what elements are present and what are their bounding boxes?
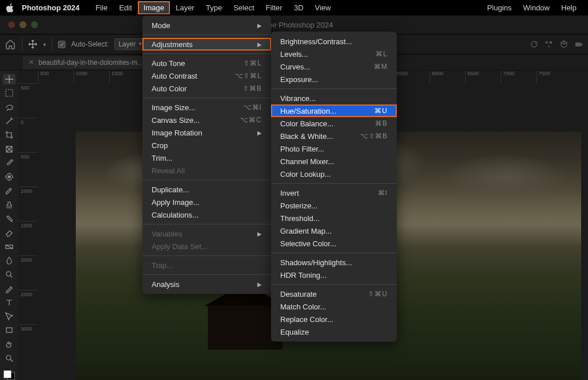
tool-marquee[interactable] <box>3 88 16 98</box>
zoom-icon[interactable] <box>31 21 38 28</box>
image-menu-auto-contrast[interactable]: Auto Contrast⌥⇧⌘L <box>142 69 271 82</box>
adjustments-menu-invert[interactable]: Invert⌘I <box>271 187 397 199</box>
adjustments-menu-posterize[interactable]: Posterize... <box>271 199 397 212</box>
svg-rect-2 <box>575 42 581 46</box>
adjustments-menu-vibrance[interactable]: Vibrance... <box>271 92 397 104</box>
tool-rect[interactable] <box>3 325 16 335</box>
adjustments-menu-hdr-toning[interactable]: HDR Toning... <box>271 269 397 281</box>
tool-eyedropper[interactable] <box>3 158 16 168</box>
color-swatches[interactable] <box>3 370 15 380</box>
menu-image[interactable]: Image <box>138 1 170 14</box>
tool-zoom[interactable] <box>3 353 16 363</box>
adjustments-submenu[interactable]: Brightness/Contrast...Levels...⌘LCurves.… <box>271 32 397 342</box>
tool-type[interactable] <box>3 297 16 308</box>
refresh-icon[interactable] <box>529 40 539 49</box>
close-icon[interactable] <box>8 21 15 28</box>
image-menu-image-rotation[interactable]: Image Rotation▶ <box>142 126 271 139</box>
svg-point-0 <box>546 41 548 44</box>
menu-select[interactable]: Select <box>228 1 260 14</box>
tool-brush[interactable] <box>3 185 16 196</box>
tool-eraser[interactable] <box>3 227 16 238</box>
menu-view[interactable]: View <box>309 1 336 14</box>
chevron-right-icon: ▶ <box>257 41 262 48</box>
adjustments-menu-match-color[interactable]: Match Color... <box>271 300 397 313</box>
svg-point-7 <box>6 272 11 276</box>
menu-help[interactable]: Help <box>555 1 582 14</box>
image-menu[interactable]: Mode▶Adjustments▶Auto Tone⇧⌘LAuto Contra… <box>142 15 271 294</box>
macos-menubar: Photoshop 2024 FileEditImageLayerTypeSel… <box>0 0 588 15</box>
image-menu-apply-data-set: Apply Data Set... <box>142 240 271 253</box>
auto-select-checkbox[interactable]: ✓ <box>58 41 65 48</box>
tool-gradient[interactable] <box>3 242 16 252</box>
adjustments-menu-equalize[interactable]: Equalize <box>271 325 397 338</box>
camera-icon[interactable] <box>574 40 583 49</box>
adjustments-menu-color-lookup[interactable]: Color Lookup... <box>271 168 397 180</box>
adjustments-menu-exposure[interactable]: Exposure... <box>271 73 397 86</box>
svg-rect-1 <box>550 41 552 44</box>
chevron-right-icon: ▶ <box>257 231 262 237</box>
adjustments-menu-replace-color[interactable]: Replace Color... <box>271 313 397 325</box>
adjustments-menu-black-white[interactable]: Black & White...⌥⇧⌘B <box>271 130 397 142</box>
adjustments-menu-gradient-map[interactable]: Gradient Map... <box>271 224 397 237</box>
tool-lasso[interactable] <box>3 102 16 113</box>
adjustments-menu-shadows-highlights[interactable]: Shadows/Highlights... <box>271 256 397 269</box>
home-icon[interactable] <box>5 38 16 50</box>
tool-panel <box>0 71 18 380</box>
tool-frame[interactable] <box>3 144 16 154</box>
adjustments-menu-hue-saturation[interactable]: Hue/Saturation...⌘U <box>271 104 397 117</box>
close-tab-icon[interactable]: ✕ <box>29 59 34 66</box>
tool-pen[interactable] <box>3 283 16 293</box>
tool-stamp[interactable] <box>3 200 16 210</box>
options-right-icons <box>529 40 583 49</box>
image-menu-apply-image[interactable]: Apply Image... <box>142 196 271 208</box>
move-tool-icon[interactable] <box>28 40 37 49</box>
image-menu-variables: Variables▶ <box>142 227 271 240</box>
svg-rect-3 <box>6 90 13 96</box>
image-menu-auto-tone[interactable]: Auto Tone⇧⌘L <box>142 57 271 69</box>
adjustments-menu-channel-mixer[interactable]: Channel Mixer... <box>271 155 397 168</box>
image-menu-canvas-size[interactable]: Canvas Size...⌥⌘C <box>142 114 271 126</box>
adjustments-menu-levels[interactable]: Levels...⌘L <box>271 48 397 60</box>
document-tab[interactable]: ✕ beautiful-day-in-the-dolomites-m… <box>23 56 150 69</box>
image-menu-image-size[interactable]: Image Size...⌥⌘I <box>142 101 271 114</box>
adjustments-menu-photo-filter[interactable]: Photo Filter... <box>271 142 397 155</box>
image-menu-analysis[interactable]: Analysis▶ <box>142 278 271 290</box>
image-menu-calculations[interactable]: Calculations... <box>142 208 271 221</box>
window-traffic-lights[interactable] <box>8 21 38 28</box>
image-menu-duplicate[interactable]: Duplicate... <box>142 183 271 196</box>
tool-dodge[interactable] <box>3 269 16 280</box>
ruler-vertical: 500050010001500200025003000 <box>18 83 38 380</box>
image-menu-adjustments[interactable]: Adjustments▶ <box>142 38 271 51</box>
tool-hand[interactable] <box>3 339 16 350</box>
adjustments-menu-brightness-contrast[interactable]: Brightness/Contrast... <box>271 35 397 48</box>
tool-heal[interactable] <box>3 172 16 182</box>
menu-3d[interactable]: 3D <box>288 1 310 14</box>
image-menu-crop[interactable]: Crop <box>142 139 271 152</box>
shapes-icon[interactable] <box>544 40 554 49</box>
adjustments-menu-color-balance[interactable]: Color Balance...⌘B <box>271 117 397 130</box>
minimize-icon[interactable] <box>20 21 26 28</box>
menu-layer[interactable]: Layer <box>170 1 200 14</box>
menu-plugins[interactable]: Plugins <box>481 1 517 14</box>
menu-edit[interactable]: Edit <box>113 1 137 14</box>
image-menu-auto-color[interactable]: Auto Color⇧⌘B <box>142 82 271 95</box>
tool-move[interactable] <box>3 74 16 84</box>
svg-point-9 <box>6 355 11 360</box>
tool-history[interactable] <box>3 214 16 224</box>
tool-blur[interactable] <box>3 255 16 266</box>
menu-filter[interactable]: Filter <box>260 1 288 14</box>
image-menu-trim[interactable]: Trim... <box>142 152 271 164</box>
image-menu-mode[interactable]: Mode▶ <box>142 19 271 32</box>
menu-type[interactable]: Type <box>200 1 227 14</box>
adjustments-menu-curves[interactable]: Curves...⌘M <box>271 60 397 73</box>
adjustments-menu-threshold[interactable]: Threshold... <box>271 212 397 224</box>
3d-icon[interactable] <box>559 40 568 49</box>
tool-path[interactable] <box>3 311 16 321</box>
adjustments-menu-desaturate[interactable]: Desaturate⇧⌘U <box>271 288 397 300</box>
tool-wand[interactable] <box>3 116 16 126</box>
menu-window[interactable]: Window <box>517 1 555 14</box>
tool-crop[interactable] <box>3 130 16 140</box>
menu-file[interactable]: File <box>90 1 113 14</box>
adjustments-menu-selective-color[interactable]: Selective Color... <box>271 237 397 250</box>
auto-select-dropdown[interactable]: Layer <box>114 38 144 50</box>
